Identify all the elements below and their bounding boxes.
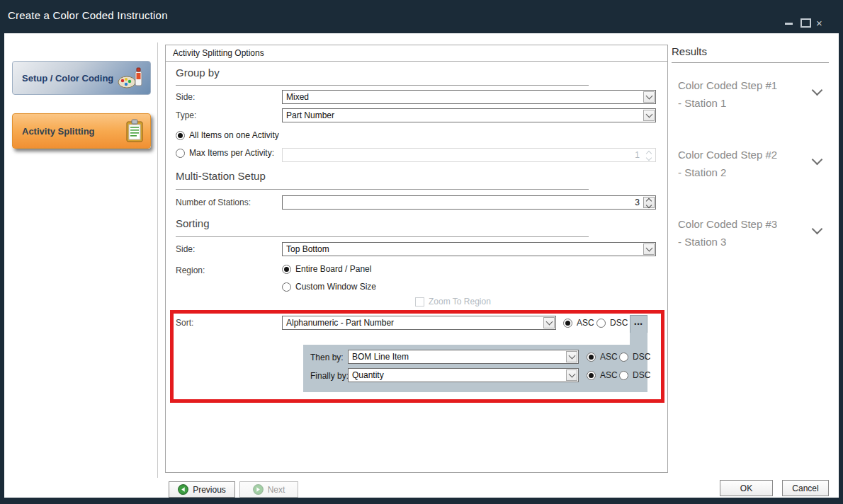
zoom-to-region-label: Zoom To Region xyxy=(429,297,491,307)
section-title-group-by: Group by xyxy=(176,67,220,79)
result-step-line1: Color Coded Step #3 xyxy=(678,215,830,233)
window-bottom-border xyxy=(0,498,843,504)
chevron-down-icon xyxy=(646,202,652,208)
next-label: Next xyxy=(268,485,285,495)
dropdown-button[interactable] xyxy=(543,317,555,328)
previous-arrow-icon xyxy=(178,484,188,495)
group-by-side-select[interactable]: Mixed xyxy=(282,90,656,104)
previous-label: Previous xyxy=(193,485,226,495)
secondary-sort-panel: Then by: BOM Line Item ASC DSC Finally b… xyxy=(303,345,647,392)
activity-splitting-options-panel: Activity Splitting Options Group by Side… xyxy=(165,45,668,473)
custom-window-label: Custom Window Size xyxy=(295,282,376,292)
finally-by-dsc-radio[interactable] xyxy=(619,371,628,380)
max-items-radio[interactable] xyxy=(176,149,185,158)
previous-button[interactable]: Previous xyxy=(169,481,235,498)
section-title-multi-station: Multi-Station Setup xyxy=(176,170,266,182)
window: Create a Color Coded Instruction × Setup… xyxy=(0,0,843,504)
finally-by-label: Finally by: xyxy=(310,371,349,381)
close-icon: × xyxy=(816,17,822,29)
max-items-spinner: 1 xyxy=(282,148,656,162)
ok-button[interactable]: OK xyxy=(720,480,773,496)
sort-asc-label: ASC xyxy=(577,318,594,328)
chevron-down-icon xyxy=(568,371,575,378)
result-step-line1: Color Coded Step #2 xyxy=(678,146,830,164)
sorting-side-label: Side: xyxy=(176,244,195,254)
max-items-label: Max Items per Activity: xyxy=(189,148,274,158)
ellipsis-icon: ••• xyxy=(634,321,643,328)
sort-dsc-label: DSC xyxy=(610,318,628,328)
chevron-down-icon xyxy=(646,155,652,161)
sort-asc-radio[interactable] xyxy=(563,319,572,328)
window-title: Create a Color Coded Instruction xyxy=(8,9,168,21)
finally-by-asc-radio[interactable] xyxy=(587,371,596,380)
maximize-button[interactable] xyxy=(800,18,811,28)
spinner-buttons[interactable] xyxy=(643,197,655,208)
result-step-1[interactable]: Color Coded Step #1 - Station 1 xyxy=(678,76,830,112)
spinner-buttons xyxy=(643,149,655,161)
result-step-line2: - Station 2 xyxy=(678,164,830,181)
paint-palette-icon xyxy=(118,66,145,90)
result-step-text: Color Coded Step #1 - Station 1 xyxy=(678,76,830,112)
then-by-label: Then by: xyxy=(310,353,344,362)
cancel-button[interactable]: Cancel xyxy=(782,480,829,496)
dropdown-button[interactable] xyxy=(566,370,577,381)
chevron-down-icon xyxy=(545,319,553,326)
sidebar-item-label: Activity Splitting xyxy=(22,126,95,137)
dropdown-button[interactable] xyxy=(566,351,577,362)
stations-label: Number of Stations: xyxy=(176,197,251,207)
section-divider xyxy=(176,85,589,86)
maximize-icon xyxy=(800,18,811,28)
clipboard-icon xyxy=(125,119,145,143)
sort-select[interactable]: Alphanumeric - Part Number xyxy=(282,316,556,330)
close-button[interactable]: × xyxy=(816,17,822,30)
dropdown-button[interactable] xyxy=(643,91,655,103)
ok-label: OK xyxy=(740,483,752,493)
next-button: Next xyxy=(239,481,298,498)
section-divider xyxy=(176,236,589,237)
chevron-down-icon xyxy=(645,245,652,252)
sorting-side-select[interactable]: Top Bottom xyxy=(282,242,656,256)
cancel-label: Cancel xyxy=(792,483,818,493)
result-step-line2: - Station 3 xyxy=(678,233,830,251)
all-items-label: All Items on one Activity xyxy=(189,130,279,140)
dropdown-button[interactable] xyxy=(643,244,655,255)
group-by-type-select[interactable]: Part Number xyxy=(282,108,656,122)
chevron-down-icon xyxy=(645,93,652,100)
section-divider xyxy=(176,189,589,190)
sidebar-divider xyxy=(157,42,158,478)
type-label: Type: xyxy=(176,110,196,120)
results-divider xyxy=(672,62,829,63)
combo-value: BOM Line Item xyxy=(352,352,409,362)
all-items-radio[interactable] xyxy=(176,131,185,140)
entire-board-radio[interactable] xyxy=(282,265,291,274)
then-by-dsc-radio[interactable] xyxy=(619,353,628,362)
dropdown-button[interactable] xyxy=(643,110,655,121)
combo-value: Quantity xyxy=(352,370,384,380)
result-step-text: Color Coded Step #3 - Station 3 xyxy=(678,215,830,251)
sidebar-item-setup-color-coding[interactable]: Setup / Color Coding xyxy=(12,61,151,95)
combo-value: Alphanumeric - Part Number xyxy=(286,318,394,328)
result-step-2[interactable]: Color Coded Step #2 - Station 2 xyxy=(678,146,830,181)
chevron-down-icon xyxy=(645,111,652,118)
sidebar-item-label: Setup / Color Coding xyxy=(22,73,113,84)
finally-by-select[interactable]: Quantity xyxy=(348,368,579,382)
more-sort-options-button[interactable]: ••• xyxy=(630,315,647,333)
then-by-dsc-label: DSC xyxy=(633,352,650,362)
finally-by-dsc-label: DSC xyxy=(633,370,650,380)
sort-panel-connector xyxy=(630,333,647,345)
combo-value: Mixed xyxy=(286,92,309,102)
panel-header: Activity Splitting Options xyxy=(166,45,667,62)
sidebar-item-activity-splitting[interactable]: Activity Splitting xyxy=(12,113,151,149)
stations-spinner[interactable]: 3 xyxy=(282,195,656,210)
result-step-line1: Color Coded Step #1 xyxy=(678,76,830,94)
finally-by-asc-label: ASC xyxy=(600,370,618,380)
sort-dsc-radio[interactable] xyxy=(596,319,606,328)
custom-window-radio[interactable] xyxy=(282,282,291,292)
then-by-select[interactable]: BOM Line Item xyxy=(348,350,579,364)
side-label: Side: xyxy=(176,92,195,102)
minimize-button[interactable] xyxy=(785,23,793,25)
sort-label: Sort: xyxy=(176,318,193,328)
combo-value: Part Number xyxy=(286,110,334,120)
result-step-3[interactable]: Color Coded Step #3 - Station 3 xyxy=(678,215,830,251)
then-by-asc-radio[interactable] xyxy=(587,353,596,362)
